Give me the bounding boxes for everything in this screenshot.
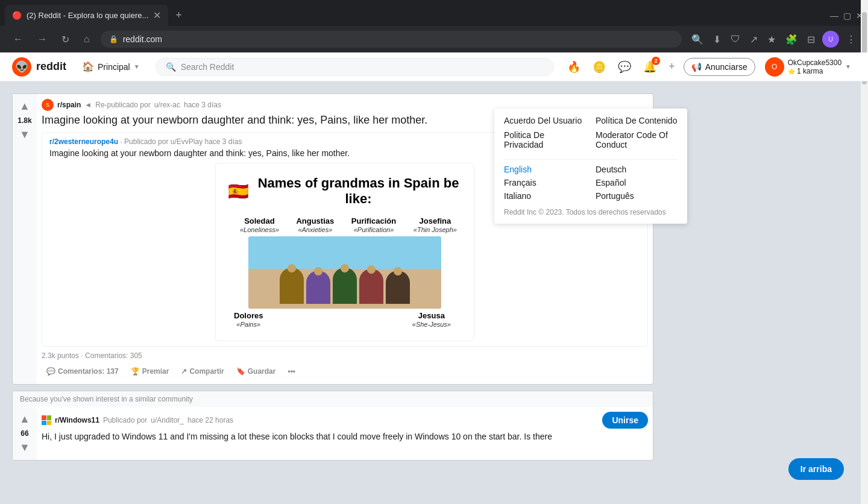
award-icon: 🏆: [131, 367, 140, 376]
coins-icon-button[interactable]: 🪙: [589, 57, 609, 77]
save-label: Guardar: [248, 367, 276, 376]
comments-icon: 💬: [46, 367, 55, 376]
crosspost-subreddit[interactable]: r/2westerneurope4u: [49, 137, 118, 146]
header-actions: 🔥 🪙 💬 🔔 2 + 📢 Anunciarse O OkCupcake5300…: [564, 55, 856, 79]
active-tab[interactable]: 🔴 (2) Reddit - Explora lo que quiere... …: [5, 5, 168, 26]
figure-2: [306, 271, 330, 304]
go-top-button[interactable]: Ir arriba: [788, 458, 844, 480]
content-policy-link[interactable]: Política De Contenido: [596, 116, 678, 125]
new-tab-button[interactable]: +: [171, 7, 187, 24]
moderator-code-link[interactable]: Moderator Code Of Conduct: [596, 130, 678, 150]
post2-meta: r/Windows11 Publicado por u/Anditor_ hac…: [42, 412, 648, 429]
tab-close-button[interactable]: ✕: [153, 10, 161, 21]
comments-button[interactable]: 💬 Comentarios: 137: [42, 364, 124, 379]
notification-badge: 2: [652, 57, 660, 65]
crosspost-user2[interactable]: u/EvvPlay: [171, 137, 203, 146]
copyright-text: Reddit Inc © 2023. Todos los derechos re…: [504, 208, 678, 216]
share-toolbar-icon[interactable]: ↗: [747, 31, 760, 48]
lang-deutsch[interactable]: Deutsch: [596, 165, 678, 174]
address-bar: ← → ↻ ⌂ 🔒 reddit.com 🔍 ⬇ 🛡 ↗ ★ 🧩 ⊟ U ⋮: [0, 26, 868, 52]
search-placeholder: Search Reddit: [181, 62, 234, 72]
reddit-logo[interactable]: 👽 reddit: [12, 57, 66, 77]
figure-3: [333, 268, 357, 304]
post2-subreddit[interactable]: r/Windows11: [55, 416, 99, 424]
crosspost-time: hace 3 días: [205, 137, 242, 146]
subreddit-icon: S: [42, 99, 54, 111]
notifications-button[interactable]: 🔔 2: [640, 57, 660, 77]
bookmark-icon[interactable]: ★: [765, 31, 778, 48]
name-dolores: Dolores «Pains»: [234, 311, 263, 329]
join-button[interactable]: Unirse: [602, 412, 648, 429]
extensions-icon[interactable]: 🧩: [783, 31, 800, 48]
privacy-policy-link[interactable]: Politica De Privacidad: [504, 130, 586, 150]
crosspost-user[interactable]: u/rex-ac: [154, 101, 180, 109]
post2-vote-col: ▲ 66 ▼: [13, 407, 37, 460]
post2-vote-count: 66: [20, 429, 28, 438]
browser-toolbar-icons: 🔍 ⬇ 🛡 ↗ ★ 🧩 ⊟ U ⋮: [689, 31, 858, 48]
username: OkCupcake5300: [788, 58, 841, 67]
crosspost-posted-by: Publicado por: [124, 137, 168, 146]
post2-posted-by: Publicado por: [103, 416, 147, 424]
search-toolbar-icon[interactable]: 🔍: [689, 31, 706, 48]
forward-button[interactable]: →: [34, 31, 51, 47]
split-view-icon[interactable]: ⊟: [805, 31, 817, 48]
post2-upvote[interactable]: ▲: [18, 412, 31, 427]
browser-window: 🔴 (2) Reddit - Explora lo que quiere... …: [0, 0, 868, 52]
shield-icon[interactable]: 🛡: [728, 31, 743, 47]
dropdown-menu: Acuerdo Del Usuario Política De Contenid…: [494, 109, 687, 224]
save-icon: 🔖: [236, 367, 245, 376]
bottom-names: Dolores «Pains» Jesusa «She-Jesus»: [228, 311, 457, 329]
post-card-2: Because you've shown interest in a simil…: [12, 391, 653, 461]
back-button[interactable]: ←: [10, 31, 27, 47]
lang-francais[interactable]: Français: [504, 178, 586, 187]
lang-espanol[interactable]: Español: [596, 178, 678, 187]
advertise-button[interactable]: 📢 Anunciarse: [684, 58, 755, 76]
save-button[interactable]: 🔖 Guardar: [231, 364, 281, 379]
add-post-button[interactable]: +: [665, 57, 679, 77]
chat-icon-button[interactable]: 💬: [614, 57, 635, 77]
name-purificacion: Purificación «Purification»: [351, 216, 396, 234]
menu-icon[interactable]: ⋮: [844, 31, 858, 48]
post2-title: Hi, I just upgraded to Windows 11 and I'…: [42, 431, 648, 442]
window-restore[interactable]: ▢: [843, 11, 851, 20]
name-josefina: Josefina «Thin Joseph»: [414, 216, 457, 234]
user-profile-button[interactable]: U: [822, 31, 839, 48]
figure-1: [280, 268, 304, 304]
share-button[interactable]: ↗ Compartir: [176, 364, 228, 379]
user-dropdown-arrow: ▼: [845, 63, 851, 70]
name-jesusa: Jesusa «She-Jesus»: [412, 311, 451, 329]
post2-downvote[interactable]: ▼: [18, 440, 31, 455]
post2-user[interactable]: u/Anditor_: [151, 416, 184, 424]
lang-english[interactable]: English: [504, 165, 586, 174]
more-button[interactable]: •••: [283, 364, 300, 379]
home-nav-dropdown[interactable]: 🏠 Principal ▼: [76, 57, 146, 76]
post-stats: 2.3k puntos · Comentarios: 305: [42, 351, 648, 360]
user-agreement-link[interactable]: Acuerdo Del Usuario: [504, 116, 586, 125]
subreddit-name[interactable]: r/spain: [57, 101, 81, 109]
reddit-header: 👽 reddit 🏠 Principal ▼ 🔍 Search Reddit 🔥…: [0, 52, 868, 81]
vote-column: ▲ 1.8k ▼: [13, 94, 37, 384]
window-minimize[interactable]: —: [830, 11, 838, 20]
search-bar[interactable]: 🔍 Search Reddit: [156, 58, 555, 76]
dropdown-links-grid: Acuerdo Del Usuario Política De Contenid…: [504, 116, 678, 150]
upvote-button[interactable]: ▲: [18, 99, 31, 114]
user-menu[interactable]: O OkCupcake5300 ⭐ 1 karma ▼: [760, 55, 856, 79]
popular-icon-button[interactable]: 🔥: [564, 57, 584, 77]
user-karma: ⭐ 1 karma: [788, 67, 841, 75]
lang-portugues[interactable]: Português: [596, 191, 678, 201]
downvote-button[interactable]: ▼: [18, 127, 31, 142]
advertise-label: Anunciarse: [705, 62, 747, 72]
url-bar[interactable]: 🔒 reddit.com: [101, 31, 682, 48]
download-icon[interactable]: ⬇: [711, 31, 723, 48]
post2-body: r/Windows11 Publicado por u/Anditor_ hac…: [37, 407, 653, 460]
award-button[interactable]: 🏆 Premiar: [126, 364, 174, 379]
home-dropdown-arrow: ▼: [134, 63, 140, 70]
lang-italiano[interactable]: Italiano: [504, 191, 586, 201]
promoted-banner: Because you've shown interest in a simil…: [13, 391, 653, 407]
tab-bar: 🔴 (2) Reddit - Explora lo que quiere... …: [0, 0, 868, 26]
refresh-button[interactable]: ↻: [58, 31, 73, 48]
promoted-text: Because you've shown interest in a simil…: [20, 395, 193, 403]
home-button[interactable]: ⌂: [80, 31, 93, 47]
vote-count: 1.8k: [17, 116, 31, 125]
dropdown-divider: [504, 159, 678, 160]
